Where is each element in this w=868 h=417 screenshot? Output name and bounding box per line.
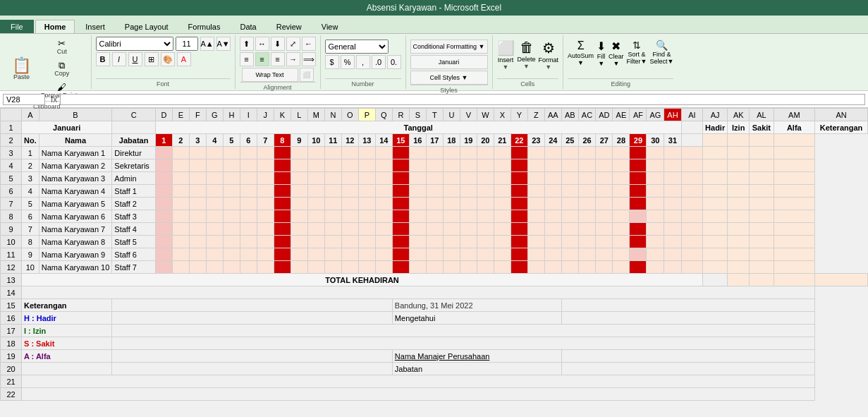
s-sakit: S : Sakit [22, 337, 112, 350]
col-header-L: L [291, 109, 307, 121]
table-row[interactable]: 3 1 Nama Karyawan 1 Direktur [1, 147, 868, 159]
wrap-text-button[interactable]: Wrap Text [242, 68, 298, 82]
total-row: 13 TOTAL KEHADIRAN [1, 274, 868, 286]
copy-button[interactable]: ⧉ Copy [37, 59, 87, 79]
comma-button[interactable]: , [356, 55, 370, 69]
h-hadir: H : Hadir [22, 312, 112, 325]
fill-color-button[interactable]: 🎨 [161, 52, 175, 66]
orientation-button[interactable]: ⤢ [286, 37, 300, 51]
tab-page-layout[interactable]: Page Layout [116, 20, 178, 33]
table-row[interactable]: 11 9 Nama Karyawan 9 Staff 6 [1, 248, 868, 261]
cut-button[interactable]: ✂ Cut [37, 37, 87, 57]
fx-icon: fx [51, 95, 57, 104]
table-row[interactable]: 12 10 Nama Karyawan 10 Staff 7 [1, 261, 868, 274]
date-24: 24 [544, 134, 561, 147]
col-header-AF: AF [630, 109, 647, 121]
col-header-AM: AM [774, 109, 815, 121]
styles-group: Conditional Formatting ▼ Januari Cell St… [406, 35, 493, 89]
clipboard-buttons: 📋 Paste ✂ Cut ⧉ Copy 🖌 Format Painter [7, 37, 87, 101]
align-top-button[interactable]: ⬆ [240, 37, 254, 51]
format-as-table-button[interactable]: Januari [410, 55, 488, 69]
date-21: 21 [494, 134, 511, 147]
tab-insert[interactable]: Insert [76, 20, 114, 33]
ribbon-content: 📋 Paste ✂ Cut ⧉ Copy 🖌 Format Painter [0, 34, 868, 90]
accounting-button[interactable]: $ [325, 55, 339, 69]
font-name-select[interactable]: Calibri [96, 37, 173, 51]
align-bottom-button[interactable]: ⬇ [271, 37, 285, 51]
percent-button[interactable]: % [341, 55, 355, 69]
col-header-D: D [155, 109, 172, 121]
table-row[interactable]: 7 5 Nama Karyawan 5 Staff 2 [1, 198, 868, 210]
font-group: Calibri A▲ A▼ B I U ⊞ 🎨 A Font [92, 35, 236, 89]
decimal-decrease[interactable]: 0. [387, 55, 401, 69]
tab-home[interactable]: Home [35, 20, 75, 33]
font-size-decrease[interactable]: A▼ [216, 37, 231, 51]
tab-file[interactable]: File [0, 20, 34, 33]
date-12: 12 [341, 134, 358, 147]
col-header-F: F [189, 109, 206, 121]
cell-1-A[interactable]: Januari [22, 121, 112, 134]
indent-increase[interactable]: → [286, 52, 300, 66]
conditional-formatting-button[interactable]: Conditional Formatting ▼ [410, 40, 488, 54]
tab-formulas[interactable]: Formulas [179, 20, 230, 33]
row-19: 19 A : Alfa Nama Manajer Perusahaan [1, 350, 868, 363]
cell-nama-header: Nama [39, 134, 112, 147]
format-painter-icon: 🖌 [57, 83, 66, 92]
border-button[interactable]: ⊞ [145, 52, 159, 66]
i-izin: I : Izin [22, 325, 112, 337]
number-group: General $ % , .0 0. Number [321, 35, 406, 89]
col-header-K: K [274, 109, 291, 121]
align-right-button[interactable]: ≡ [271, 52, 285, 66]
align-left-button[interactable]: ≡ [240, 52, 254, 66]
number-format-select[interactable]: General [325, 40, 389, 54]
col-header-A: A [22, 109, 39, 121]
table-row[interactable]: 6 4 Nama Karyawan 4 Staff 1 [1, 185, 868, 198]
underline-button[interactable]: U [128, 52, 142, 66]
col-header-H: H [223, 109, 240, 121]
hadir-col-header [681, 134, 702, 147]
decimal-increase[interactable]: .0 [372, 55, 386, 69]
date-5: 5 [223, 134, 240, 147]
spreadsheet-area[interactable]: A B C D E F G H I J K L M N O P Q R S T … [0, 108, 868, 412]
font-row2: B I U ⊞ 🎨 A [96, 52, 231, 66]
row-2: 2 No. Nama Jabatan 1 2 3 4 5 6 7 8 9 10 … [1, 134, 868, 147]
date-16: 16 [409, 134, 426, 147]
date-9: 9 [291, 134, 307, 147]
indent-decrease[interactable]: ← [302, 37, 316, 51]
indent-button2[interactable]: ⟹ [302, 52, 316, 66]
col-header-W: W [477, 109, 494, 121]
row-21: 21 [1, 375, 868, 388]
merge-center-button[interactable]: ⬜ [300, 68, 314, 82]
font-size-increase[interactable]: A▲ [200, 37, 214, 51]
table-row[interactable]: 8 6 Nama Karyawan 6 Staff 3 [1, 210, 868, 223]
cell-reference[interactable] [3, 94, 45, 105]
cell-jabatan-header: Jabatan [112, 134, 156, 147]
align-middle-button[interactable]: ↔ [255, 37, 269, 51]
bold-button[interactable]: B [96, 52, 110, 66]
formula-input[interactable] [60, 94, 865, 105]
title-bar: Absensi Karyawan - Microsoft Excel [0, 0, 868, 16]
table-row[interactable]: 10 8 Nama Karyawan 8 Staff 5 [1, 236, 868, 248]
table-row[interactable]: 4 2 Nama Karyawan 2 Sekretaris [1, 159, 868, 172]
row-22: 22 [1, 388, 868, 401]
italic-button[interactable]: I [112, 52, 126, 66]
table-row[interactable]: 9 7 Nama Karyawan 7 Staff 4 [1, 223, 868, 236]
tab-review[interactable]: Review [267, 20, 311, 33]
date-1: 1 [155, 134, 172, 147]
table-row[interactable]: 5 3 Nama Karyawan 3 Admin [1, 172, 868, 185]
col-header-AA: AA [544, 109, 561, 121]
col-header-T: T [426, 109, 443, 121]
cell-izin-header: Izin [728, 121, 750, 134]
font-color-button[interactable]: A [177, 52, 191, 66]
align-center-button[interactable]: ≡ [255, 52, 269, 66]
font-size-input[interactable] [176, 37, 198, 51]
izin-col-header [703, 134, 728, 147]
date-19: 19 [460, 134, 477, 147]
tab-data[interactable]: Data [231, 20, 265, 33]
paste-button[interactable]: 📋 Paste [7, 47, 36, 91]
cut-icon: ✂ [58, 39, 66, 48]
row-18: 18 S : Sakit [1, 337, 868, 350]
tab-view[interactable]: View [312, 20, 348, 33]
cell-styles-button[interactable]: Cell Styles ▼ [410, 71, 488, 85]
cell-alfa-header: Alfa [774, 121, 815, 134]
